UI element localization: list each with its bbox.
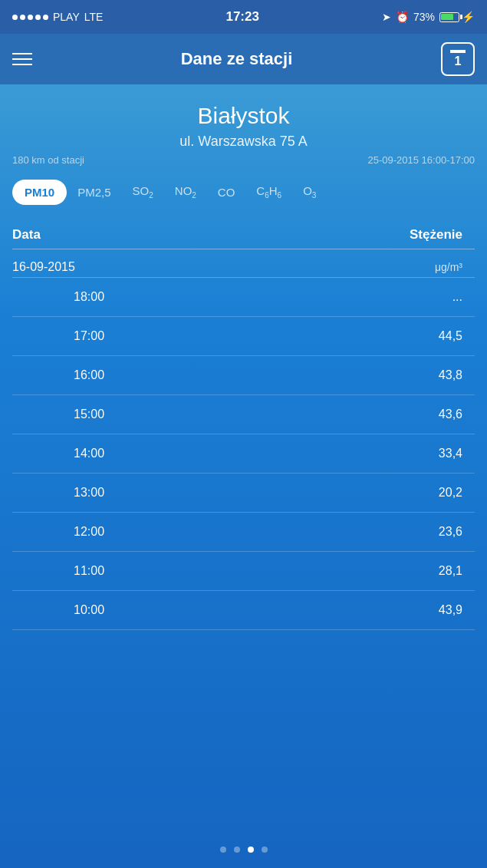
station-datetime: 25-09-2015 16:00-17:00 <box>367 154 475 166</box>
page-dot-2[interactable] <box>234 847 240 853</box>
column-date: Data <box>12 227 41 243</box>
tab-co[interactable]: CO <box>207 180 246 205</box>
val-1800: ... <box>452 290 462 304</box>
date-row: 16-09-2015 μg/m³ <box>12 249 475 278</box>
station-meta: 180 km od stacji 25-09-2015 16:00-17:00 <box>12 154 475 166</box>
tab-c6h6[interactable]: C6H6 <box>245 178 292 206</box>
lightning-icon: ⚡ <box>462 11 475 23</box>
battery-percent: 73% <box>413 11 435 23</box>
hamburger-menu[interactable] <box>12 53 32 65</box>
time-1700: 17:00 <box>74 329 104 343</box>
calendar-button[interactable]: 1 <box>441 42 475 76</box>
signal-dots <box>12 15 48 20</box>
time-1000: 10:00 <box>74 603 104 617</box>
time-1400: 14:00 <box>74 447 104 460</box>
date-label: 16-09-2015 <box>12 260 75 274</box>
val-1100: 28,1 <box>439 564 462 578</box>
page-dots <box>12 831 475 868</box>
status-left: PLAY LTE <box>12 11 103 23</box>
val-1400: 33,4 <box>439 447 462 460</box>
table-row: 10:00 43,9 <box>12 591 475 630</box>
val-1000: 43,9 <box>439 603 462 617</box>
calendar-top-bar <box>450 50 466 53</box>
status-time: 17:23 <box>225 9 258 25</box>
status-bar: PLAY LTE 17:23 ➤ ⏰ 73% ⚡ <box>0 0 487 34</box>
time-1300: 13:00 <box>74 486 104 500</box>
station-name: Białystok <box>12 103 475 129</box>
time-1800: 18:00 <box>74 290 104 304</box>
station-address: ul. Warszawska 75 A <box>12 134 475 150</box>
nav-bar: Dane ze stacji 1 <box>0 34 487 84</box>
alarm-icon: ⏰ <box>396 11 409 23</box>
val-1700: 44,5 <box>439 329 462 343</box>
station-distance: 180 km od stacji <box>12 154 84 166</box>
battery-icon: ⚡ <box>439 11 475 23</box>
time-1100: 11:00 <box>74 564 104 578</box>
table-row: 15:00 43,6 <box>12 395 475 434</box>
page-dot-4[interactable] <box>262 847 268 853</box>
tab-no2[interactable]: NO2 <box>164 178 207 206</box>
table-row: 12:00 23,6 <box>12 513 475 552</box>
page-dot-1[interactable] <box>220 847 226 853</box>
tab-so2[interactable]: SO2 <box>122 178 164 206</box>
table-row: 14:00 33,4 <box>12 434 475 474</box>
time-1200: 12:00 <box>74 525 104 539</box>
column-concentration: Stężenie <box>410 227 462 243</box>
val-1300: 20,2 <box>439 486 462 500</box>
location-icon: ➤ <box>382 11 391 23</box>
table-row: 13:00 20,2 <box>12 474 475 513</box>
main-content: Białystok ul. Warszawska 75 A 180 km od … <box>0 84 487 868</box>
table-row: 17:00 44,5 <box>12 317 475 356</box>
val-1200: 23,6 <box>439 525 462 539</box>
data-table: Data Stężenie 16-09-2015 μg/m³ 18:00 ...… <box>12 221 475 831</box>
pollutant-tabs: PM10 PM2,5 SO2 NO2 CO C6H6 O3 <box>12 178 475 206</box>
val-1600: 43,8 <box>439 368 462 382</box>
page-dot-3[interactable] <box>248 847 254 853</box>
calendar-day: 1 <box>455 54 462 68</box>
network-label: LTE <box>84 11 104 23</box>
page-title: Dane ze stacji <box>181 49 293 69</box>
time-1600: 16:00 <box>74 368 104 382</box>
table-row: 18:00 ... <box>12 278 475 317</box>
carrier-label: PLAY <box>53 11 80 23</box>
val-1500: 43,6 <box>439 408 462 421</box>
table-header: Data Stężenie <box>12 221 475 249</box>
unit-label: μg/m³ <box>435 261 462 273</box>
tab-pm10[interactable]: PM10 <box>12 180 67 205</box>
tab-pm25[interactable]: PM2,5 <box>67 180 121 205</box>
tab-o3[interactable]: O3 <box>292 178 327 206</box>
status-right: ➤ ⏰ 73% ⚡ <box>382 11 475 23</box>
time-1500: 15:00 <box>74 408 104 421</box>
table-row: 11:00 28,1 <box>12 552 475 591</box>
table-row: 16:00 43,8 <box>12 356 475 395</box>
